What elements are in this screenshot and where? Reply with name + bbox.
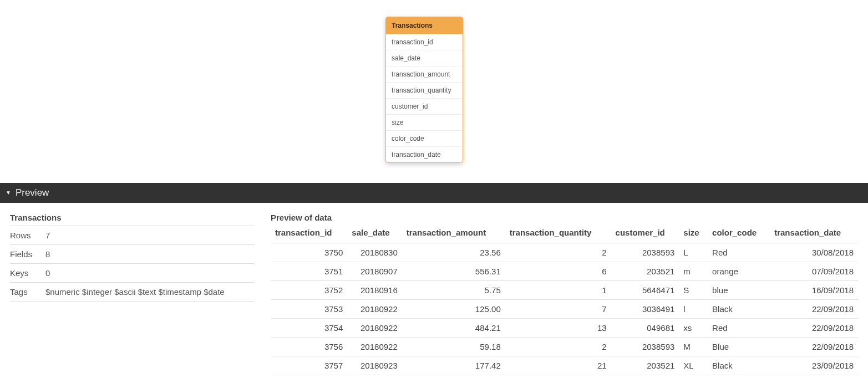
column-header[interactable]: color_code — [708, 224, 770, 243]
table-cell: 2038593 — [611, 338, 679, 356]
table-cell: 2038593 — [611, 243, 679, 262]
table-row[interactable]: 375120180907556.316203521morange07/09/20… — [271, 262, 858, 281]
preview-panel-title: Preview — [16, 187, 49, 198]
column-header[interactable]: transaction_quantity — [505, 224, 611, 243]
column-header[interactable]: sale_date — [347, 224, 402, 243]
meta-row-tags: Tags $numeric $integer $ascii $text $tim… — [10, 282, 254, 302]
table-cell: 2 — [505, 243, 611, 262]
table-cell: 23.56 — [402, 243, 505, 262]
meta-value: $numeric $integer $ascii $text $timestam… — [45, 287, 254, 297]
table-cell: XL — [679, 356, 708, 375]
entity-field[interactable]: transaction_amount — [386, 66, 463, 82]
table-row[interactable]: 375420180922484.2113049681xsRed22/09/201… — [271, 319, 858, 338]
table-cell: 13 — [505, 319, 611, 338]
table-cell: 3757 — [271, 356, 347, 375]
table-cell: 1 — [505, 281, 611, 300]
table-cell: 20180830 — [347, 243, 402, 262]
table-cell: 3753 — [271, 300, 347, 319]
table-cell: M — [679, 338, 708, 356]
table-cell: 30/08/2018 — [770, 243, 858, 262]
table-cell: 3754 — [271, 319, 347, 338]
preview-data-table: transaction_idsale_datetransaction_amoun… — [271, 224, 858, 375]
meta-label: Fields — [10, 249, 45, 259]
entity-field[interactable]: customer_id — [386, 98, 463, 114]
column-header[interactable]: size — [679, 224, 708, 243]
table-cell: 5646471 — [611, 281, 679, 300]
entity-card-title[interactable]: Transactions — [386, 17, 463, 34]
table-cell: 3756 — [271, 338, 347, 356]
column-header[interactable]: transaction_amount — [402, 224, 505, 243]
meta-row-keys: Keys 0 — [10, 263, 254, 282]
table-cell: 20180922 — [347, 338, 402, 356]
table-cell: 3751 — [271, 262, 347, 281]
meta-label: Tags — [10, 287, 45, 297]
meta-row-rows: Rows 7 — [10, 226, 254, 244]
table-cell: 07/09/2018 — [770, 262, 858, 281]
meta-value: 7 — [45, 231, 254, 240]
table-cell: Black — [708, 300, 770, 319]
preview-panel-body: Transactions Rows 7 Fields 8 Keys 0 Tags… — [0, 203, 868, 381]
table-cell: 20180922 — [347, 300, 402, 319]
table-cell: 2 — [505, 338, 611, 356]
table-cell: 3752 — [271, 281, 347, 300]
table-row[interactable]: 37502018083023.5622038593LRed30/08/2018 — [271, 243, 858, 262]
table-cell: 125.00 — [402, 300, 505, 319]
preview-meta-title: Transactions — [10, 213, 254, 226]
entity-field[interactable]: color_code — [386, 130, 463, 146]
table-row[interactable]: 37562018092259.1822038593MBlue22/09/2018 — [271, 338, 858, 356]
table-cell: 203521 — [611, 262, 679, 281]
meta-label: Keys — [10, 268, 45, 278]
table-cell: xs — [679, 319, 708, 338]
table-cell: m — [679, 262, 708, 281]
table-cell: orange — [708, 262, 770, 281]
table-cell: blue — [708, 281, 770, 300]
table-cell: 20180922 — [347, 319, 402, 338]
table-cell: L — [679, 243, 708, 262]
table-row[interactable]: 375720180923177.4221203521XLBlack23/09/2… — [271, 356, 858, 375]
preview-data-title: Preview of data — [271, 213, 858, 224]
table-cell: 22/09/2018 — [770, 338, 858, 356]
table-cell: 20180923 — [347, 356, 402, 375]
table-cell: Blue — [708, 338, 770, 356]
table-cell: 049681 — [611, 319, 679, 338]
entity-field[interactable]: transaction_quantity — [386, 82, 463, 98]
table-cell: 484.21 — [402, 319, 505, 338]
meta-row-fields: Fields 8 — [10, 244, 254, 263]
column-header[interactable]: customer_id — [611, 224, 679, 243]
meta-value: 8 — [45, 249, 254, 259]
table-cell: 177.42 — [402, 356, 505, 375]
table-cell: 556.31 — [402, 262, 505, 281]
table-cell: 6 — [505, 262, 611, 281]
table-cell: l — [679, 300, 708, 319]
table-cell: Red — [708, 243, 770, 262]
table-cell: 20180916 — [347, 281, 402, 300]
table-cell: S — [679, 281, 708, 300]
table-cell: 7 — [505, 300, 611, 319]
table-cell: 3750 — [271, 243, 347, 262]
entity-field[interactable]: transaction_id — [386, 34, 463, 50]
entity-field[interactable]: transaction_date — [386, 146, 463, 162]
preview-meta-panel: Transactions Rows 7 Fields 8 Keys 0 Tags… — [10, 213, 254, 375]
meta-value: 0 — [45, 268, 254, 278]
table-cell: 203521 — [611, 356, 679, 375]
preview-data-panel: Preview of data transaction_idsale_datet… — [271, 213, 858, 375]
table-row[interactable]: 375320180922125.0073036491lBlack22/09/20… — [271, 300, 858, 319]
table-cell: 21 — [505, 356, 611, 375]
entity-field[interactable]: sale_date — [386, 50, 463, 66]
entity-field[interactable]: size — [386, 114, 463, 130]
table-cell: Red — [708, 319, 770, 338]
table-cell: 5.75 — [402, 281, 505, 300]
table-row[interactable]: 3752201809165.7515646471Sblue16/09/2018 — [271, 281, 858, 300]
table-header-row: transaction_idsale_datetransaction_amoun… — [271, 224, 858, 243]
entity-card-transactions[interactable]: Transactions transaction_idsale_datetran… — [385, 17, 463, 163]
table-cell: 20180907 — [347, 262, 402, 281]
column-header[interactable]: transaction_id — [271, 224, 347, 243]
preview-panel-header[interactable]: ▼ Preview — [0, 183, 868, 203]
table-cell: 23/09/2018 — [770, 356, 858, 375]
column-header[interactable]: transaction_date — [770, 224, 858, 243]
model-canvas[interactable]: Transactions transaction_idsale_datetran… — [0, 0, 868, 183]
table-cell: 3036491 — [611, 300, 679, 319]
table-cell: 22/09/2018 — [770, 300, 858, 319]
table-cell: Black — [708, 356, 770, 375]
table-cell: 16/09/2018 — [770, 281, 858, 300]
